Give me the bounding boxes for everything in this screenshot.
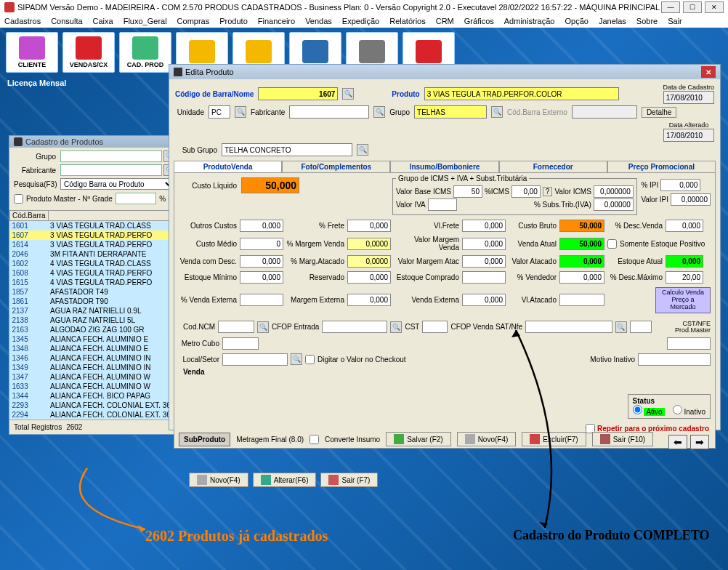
binoculars-icon[interactable]: 🔍 [390,321,402,333]
ipi-val-input[interactable] [671,193,711,206]
binoculars-icon[interactable]: 🔍 [235,106,246,118]
prodmaster-input[interactable] [667,337,711,350]
cfop-out-input[interactable] [525,321,612,333]
custo-bruto-input[interactable] [559,220,604,232]
pesquisa-dropdown[interactable]: Código Barra ou Produto [60,178,175,190]
menu-expedição[interactable]: Expedição [342,17,379,25]
novo-edit-button[interactable]: Novo(F4) [457,432,517,446]
menu-financeiro[interactable]: Financeiro [258,17,295,25]
reservado-input[interactable] [347,271,391,284]
menu-cadastros[interactable]: Cadastros [4,17,41,25]
binoculars-icon[interactable]: 🔍 [291,353,302,365]
binoculars-icon[interactable]: 🔍 [373,106,385,118]
maximize-button[interactable]: ☐ [683,1,702,13]
menu-compras[interactable]: Compras [177,17,210,25]
menu-crm[interactable]: CRM [436,17,454,25]
custo-medio-input[interactable] [240,238,283,250]
venda-ext-input[interactable] [240,294,283,306]
fabricante-input[interactable] [60,164,162,176]
tab-preco[interactable]: Preço Promocional [607,161,716,172]
col-codbarra[interactable]: Cód.Barra [10,211,49,221]
vlatac-input[interactable] [559,294,604,306]
vlfrete-input[interactable] [462,220,506,232]
vmarg-venda-input[interactable] [462,238,506,250]
subproduto-button[interactable]: SubProduto [179,433,230,446]
menu-relatórios[interactable]: Relatórios [389,17,426,25]
icms-pct-input[interactable] [511,185,541,198]
close-button[interactable]: ✕ [705,1,724,13]
binoculars-icon[interactable]: 🔍 [342,88,354,100]
frete-pct-input[interactable] [347,220,391,232]
inativo-radio[interactable]: Inativo [673,408,705,416]
edit-window-header[interactable]: Edita Produto ✕ [169,65,720,79]
marg-ext-input[interactable] [347,294,391,306]
detalhe-button[interactable]: Detalhe [642,107,676,118]
codext-input[interactable] [572,105,637,119]
cstnfe-input[interactable] [630,321,652,333]
grupo-input[interactable] [414,105,487,119]
product-list-header[interactable]: Cadastro de Produtos [9,136,179,148]
icms-base-input[interactable] [453,185,482,198]
metro-input[interactable] [222,337,259,350]
alterar-button[interactable]: Alterar(F6) [253,473,317,487]
novo-button[interactable]: Novo(F4) [189,473,248,487]
somente-estoque-checkbox[interactable] [607,239,617,249]
menu-caixa[interactable]: Caixa [93,17,113,25]
toolbar-CLIENTE[interactable]: CLIENTE [6,32,58,73]
menu-produto[interactable]: Produto [219,17,248,25]
icms-help-button[interactable]: ? [543,187,553,196]
iva-input[interactable] [428,198,457,211]
toolbar-VENDAS/CX[interactable]: VENDAS/CX [62,32,115,73]
unidade-input[interactable] [209,105,230,119]
estoque-min-input[interactable] [240,271,283,284]
produto-master-checkbox[interactable] [14,194,23,204]
next-button[interactable]: ➡ [690,435,709,449]
estoque-comp-input[interactable] [462,271,506,284]
motivo-input[interactable] [638,353,711,366]
toolbar-CAD. PROD[interactable]: CAD. PROD [119,32,171,73]
menu-gráficos[interactable]: Gráficos [464,17,494,25]
sair-edit-button[interactable]: Sair (F10) [592,432,653,446]
cfop-in-input[interactable] [322,321,387,333]
subgrupo-input[interactable] [222,143,352,156]
menu-sobre[interactable]: Sobre [636,17,658,25]
venda-ext2-input[interactable] [462,294,506,306]
menu-sair[interactable]: Sair [668,17,682,25]
fabricante-input[interactable] [289,105,369,119]
converte-checkbox[interactable] [310,435,319,444]
desc-venda-input[interactable] [666,220,703,232]
venda-desc-input[interactable] [240,255,283,268]
menu-fluxo_geral[interactable]: Fluxo_Geral [124,17,167,25]
prev-button[interactable]: ⬅ [668,435,687,449]
outros-input[interactable] [240,220,283,232]
produto-input[interactable] [424,87,619,100]
tab-foto[interactable]: Foto/Complementos [282,161,390,172]
menu-vendas[interactable]: Vendas [305,17,332,25]
ncm-input[interactable] [218,321,254,333]
menu-consulta[interactable]: Consulta [51,17,82,25]
binoculars-icon[interactable]: 🔍 [357,144,368,156]
tab-insumo[interactable]: Insumo/Bomboniere [390,161,498,172]
estoque-atual-input[interactable] [666,255,703,268]
cst-input[interactable] [422,321,448,333]
val-atac-input[interactable] [559,255,604,268]
close-icon[interactable]: ✕ [701,66,716,78]
vmarg-atac-input[interactable] [462,255,506,268]
minimize-button[interactable]: — [661,1,680,13]
vendedor-input[interactable] [559,271,604,284]
binoculars-icon[interactable]: 🔍 [257,321,269,333]
marg-venda-input[interactable] [347,238,391,250]
excluir-button[interactable]: Excluir(F7) [522,432,586,446]
tab-produtovenda[interactable]: ProdutoVenda [174,161,282,172]
icms-val-input[interactable] [594,185,634,198]
custo-liquido-input[interactable] [241,177,299,193]
calculo-venda-button[interactable]: Calculo Venda Preço a Mercado [655,287,711,313]
local-input[interactable] [222,353,288,366]
binoculars-icon[interactable]: 🔍 [615,321,627,333]
marg-atac-input[interactable] [347,255,391,268]
tab-fornecedor[interactable]: Fornecedor [499,161,607,172]
digitar-checkbox[interactable] [305,355,315,364]
subs-input[interactable] [594,198,634,211]
grade-input[interactable] [116,193,157,204]
menu-administração[interactable]: Administração [504,17,555,25]
